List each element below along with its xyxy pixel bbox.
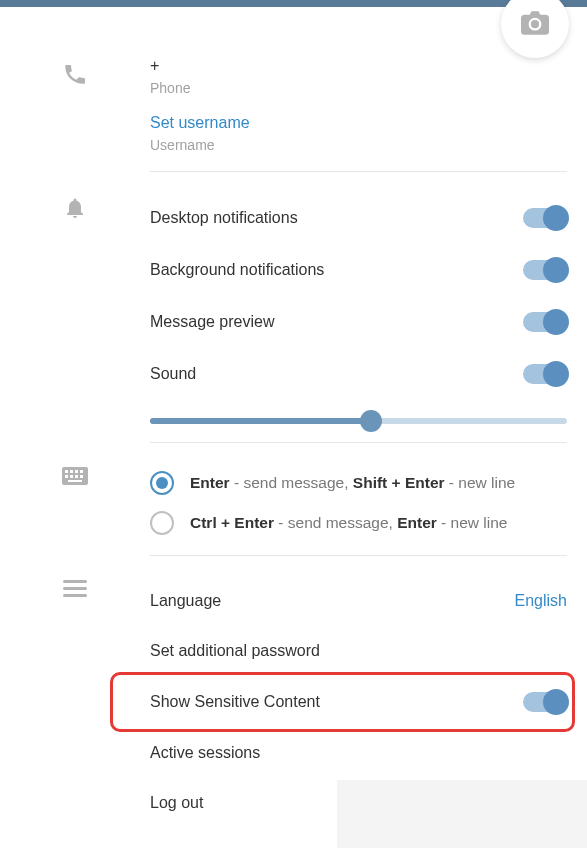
setting-active-sessions[interactable]: Active sessions: [150, 728, 567, 778]
toggle-background-notifications[interactable]: Background notifications: [150, 244, 567, 296]
keyboard-icon: [62, 467, 88, 488]
radio-label: Enter - send message, Shift + Enter - ne…: [190, 474, 515, 492]
slider-knob[interactable]: [360, 410, 382, 432]
phone-value: +: [150, 57, 567, 75]
camera-icon: [521, 11, 549, 38]
setting-label: Log out: [150, 794, 203, 812]
divider: [150, 442, 567, 443]
divider: [150, 171, 567, 172]
svg-rect-8: [80, 475, 83, 478]
radio-button[interactable]: [150, 471, 174, 495]
phone-icon: [62, 61, 88, 90]
svg-rect-3: [75, 470, 78, 473]
toggle-switch[interactable]: [523, 260, 567, 280]
svg-rect-2: [70, 470, 73, 473]
set-username-link[interactable]: Set username: [150, 114, 567, 132]
volume-slider[interactable]: [150, 418, 567, 424]
bell-icon: [63, 196, 87, 223]
toggle-switch[interactable]: [523, 364, 567, 384]
toggle-sound[interactable]: Sound: [150, 348, 567, 400]
toggle-label: Background notifications: [150, 261, 324, 279]
toggle-label: Sound: [150, 365, 196, 383]
language-value: English: [515, 592, 567, 610]
svg-rect-5: [65, 475, 68, 478]
svg-rect-6: [70, 475, 73, 478]
setting-language[interactable]: Language English: [150, 576, 567, 626]
svg-rect-12: [63, 594, 87, 597]
svg-rect-9: [68, 480, 82, 482]
phone-field[interactable]: + Phone: [150, 57, 567, 96]
phone-label: Phone: [150, 80, 567, 96]
svg-rect-7: [75, 475, 78, 478]
overlay-panel: [337, 780, 587, 848]
toggle-label: Show Sensitive Content: [150, 693, 320, 711]
setting-label: Set additional password: [150, 642, 320, 660]
toggle-label: Message preview: [150, 313, 275, 331]
toggle-switch[interactable]: [523, 312, 567, 332]
setting-label: Active sessions: [150, 744, 260, 762]
svg-rect-1: [65, 470, 68, 473]
menu-icon: [63, 580, 87, 601]
toggle-switch[interactable]: [523, 692, 567, 712]
topbar: [0, 0, 587, 7]
toggle-label: Desktop notifications: [150, 209, 298, 227]
radio-label: Ctrl + Enter - send message, Enter - new…: [190, 514, 507, 532]
radio-ctrl-enter-send[interactable]: Ctrl + Enter - send message, Enter - new…: [150, 503, 567, 543]
radio-button[interactable]: [150, 511, 174, 535]
svg-rect-4: [80, 470, 83, 473]
setting-additional-password[interactable]: Set additional password: [150, 626, 567, 676]
slider-fill: [150, 418, 371, 424]
radio-enter-send[interactable]: Enter - send message, Shift + Enter - ne…: [150, 463, 567, 503]
setting-label: Language: [150, 592, 221, 610]
toggle-switch[interactable]: [523, 208, 567, 228]
toggle-message-preview[interactable]: Message preview: [150, 296, 567, 348]
divider: [150, 555, 567, 556]
svg-rect-10: [63, 580, 87, 583]
svg-rect-11: [63, 587, 87, 590]
toggle-desktop-notifications[interactable]: Desktop notifications: [150, 192, 567, 244]
toggle-show-sensitive-content[interactable]: Show Sensitive Content: [150, 676, 567, 728]
username-label: Username: [150, 137, 567, 153]
username-field[interactable]: Set username Username: [150, 114, 567, 153]
